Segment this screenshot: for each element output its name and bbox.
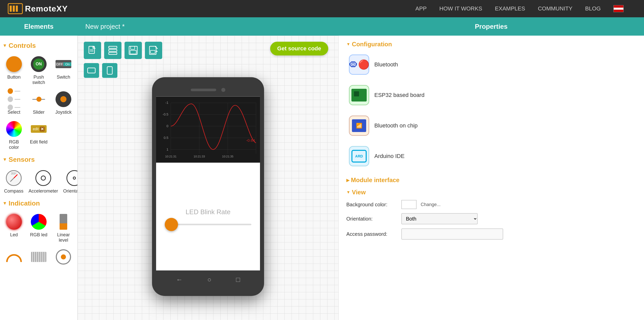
nav-app[interactable]: APP bbox=[415, 5, 427, 12]
elements-panel-title: Elements bbox=[0, 23, 78, 31]
element-led[interactable]: Led bbox=[3, 211, 25, 244]
nav-blog[interactable]: BLOG bbox=[585, 5, 601, 12]
get-source-code-button[interactable]: Get source code bbox=[270, 42, 328, 55]
background-color-swatch[interactable] bbox=[401, 200, 417, 209]
nav-community[interactable]: COMMUNITY bbox=[538, 5, 572, 12]
indication-section-header: Indication bbox=[3, 199, 75, 207]
config-arduino[interactable]: ARD Arduino IDE bbox=[346, 143, 636, 169]
element-accelerometer[interactable]: Accelerometer bbox=[27, 168, 60, 195]
phone-slider-thumb[interactable] bbox=[165, 218, 178, 231]
element-linear-level[interactable]: Linear level bbox=[52, 211, 75, 244]
elements-panel: Controls Button ON Push switch bbox=[0, 36, 78, 320]
svg-rect-3 bbox=[16, 6, 18, 12]
background-color-row: Background color: Change... bbox=[346, 200, 636, 209]
logo-icon bbox=[8, 3, 23, 14]
element-extra2[interactable] bbox=[52, 246, 75, 269]
svg-rect-11 bbox=[131, 46, 135, 49]
element-gauge[interactable] bbox=[3, 246, 25, 269]
indication-grid: Led RGB led Linear level bbox=[3, 211, 75, 269]
new-doc-button[interactable] bbox=[84, 42, 101, 59]
save-as-button[interactable] bbox=[145, 42, 162, 59]
element-extra1[interactable] bbox=[27, 246, 50, 269]
canvas-toolbar bbox=[84, 42, 162, 59]
svg-rect-12 bbox=[130, 50, 136, 54]
phone-slider-track[interactable] bbox=[165, 224, 251, 225]
phone-screen: -1 -0.5 0 0.5 1 10:21:31 10:21:33 10:21:… bbox=[156, 96, 260, 270]
phone: -1 -0.5 0 0.5 1 10:21:31 10:21:33 10:21:… bbox=[152, 77, 264, 296]
background-color-label: Background color: bbox=[346, 202, 397, 208]
controls-grid: Button ON Push switch OFF On bbox=[3, 54, 75, 152]
phone-mockup: -1 -0.5 0 0.5 1 10:21:31 10:21:33 10:21:… bbox=[152, 77, 264, 296]
landscape-button[interactable] bbox=[84, 63, 99, 78]
portrait-button[interactable] bbox=[102, 63, 117, 78]
select-label: Select bbox=[8, 110, 20, 115]
subheader: Elements New project * Properties bbox=[0, 17, 644, 36]
svg-text:-1: -1 bbox=[165, 101, 168, 105]
phone-camera bbox=[221, 88, 225, 92]
svg-rect-2 bbox=[13, 6, 15, 12]
element-compass[interactable]: 359° Compass bbox=[3, 168, 25, 195]
phone-top-bar bbox=[156, 84, 260, 95]
switch-label: Switch bbox=[57, 75, 70, 80]
element-push-switch[interactable]: ON Push switch bbox=[27, 54, 50, 87]
config-items: ⭖🔴 Bluetooth ESP32 based board 📶 bbox=[346, 52, 636, 169]
svg-text:0.5: 0.5 bbox=[164, 136, 169, 140]
esp32-config-label: ESP32 based board bbox=[374, 92, 424, 98]
svg-rect-18 bbox=[107, 67, 112, 74]
element-joystick[interactable]: Joystick bbox=[52, 89, 75, 117]
phone-home-button[interactable]: ○ bbox=[207, 276, 211, 284]
language-flag[interactable] bbox=[613, 5, 624, 12]
navbar-links: APP HOW IT WORKS EXAMPLES COMMUNITY BLOG bbox=[415, 5, 624, 12]
svg-rect-9 bbox=[109, 52, 117, 54]
compass-icon: 359° bbox=[5, 169, 23, 187]
phone-slider-label: LED Blink Rate bbox=[186, 208, 230, 216]
bluetooth-config-icon: ⭖🔴 bbox=[349, 54, 369, 75]
orientation-select[interactable]: Both Portrait Landscape bbox=[401, 213, 478, 224]
nav-how-it-works[interactable]: HOW IT WORKS bbox=[439, 5, 482, 12]
rgb-color-icon bbox=[5, 120, 23, 138]
element-rgb-led[interactable]: RGB led bbox=[27, 211, 50, 244]
accelerometer-icon bbox=[34, 169, 52, 187]
element-rgb-color[interactable]: RGB color bbox=[3, 119, 25, 152]
bt-chip-config-label: Bluetooth on chip bbox=[374, 122, 418, 129]
esp32-board bbox=[351, 89, 367, 101]
element-orientation[interactable]: Orientation bbox=[62, 168, 78, 195]
slider-label: Slider bbox=[33, 110, 45, 115]
svg-text:10:21:35: 10:21:35 bbox=[222, 155, 234, 158]
orientation-icon bbox=[65, 169, 78, 187]
module-interface-header[interactable]: Module interface bbox=[346, 177, 636, 184]
arduino-config-icon: ARD bbox=[349, 146, 369, 166]
settings-button[interactable] bbox=[104, 42, 121, 59]
controls-section-header: Controls bbox=[3, 42, 75, 50]
change-color-button[interactable]: Change... bbox=[421, 202, 441, 207]
element-slider[interactable]: Slider bbox=[27, 89, 50, 117]
config-bluetooth[interactable]: ⭖🔴 Bluetooth bbox=[346, 52, 636, 77]
led-label: Led bbox=[10, 232, 18, 238]
phone-recents-button[interactable]: □ bbox=[236, 276, 240, 284]
element-switch[interactable]: OFF On Switch bbox=[52, 54, 75, 87]
switch-icon: OFF On bbox=[54, 55, 72, 73]
properties-panel-title: Properties bbox=[338, 23, 644, 31]
view-fields: Background color: Change... Orientation:… bbox=[346, 200, 636, 240]
access-password-input[interactable] bbox=[401, 228, 503, 240]
save-button[interactable] bbox=[125, 42, 142, 59]
canvas-toolbar-row2 bbox=[84, 63, 117, 78]
push-switch-icon: ON bbox=[30, 55, 48, 73]
element-select[interactable]: Select bbox=[3, 89, 25, 117]
svg-rect-1 bbox=[10, 6, 12, 12]
logo[interactable]: RemoteXY bbox=[8, 3, 68, 14]
canvas-area[interactable]: Get source code bbox=[78, 36, 338, 320]
config-esp32[interactable]: ESP32 based board bbox=[346, 82, 636, 108]
select-icon bbox=[5, 90, 23, 108]
element-button[interactable]: Button bbox=[3, 54, 25, 87]
compass-label: Compass bbox=[4, 188, 23, 194]
chart-svg: -1 -0.5 0 0.5 1 10:21:31 10:21:33 10:21:… bbox=[159, 99, 257, 160]
nav-examples[interactable]: EXAMPLES bbox=[495, 5, 525, 12]
config-bt-chip[interactable]: 📶 Bluetooth on chip bbox=[346, 113, 636, 138]
joystick-label: Joystick bbox=[55, 110, 72, 115]
phone-back-button[interactable]: ← bbox=[176, 276, 183, 284]
extra2-icon bbox=[54, 248, 72, 266]
button-icon bbox=[5, 55, 23, 73]
element-edit-field[interactable]: edit ✕ Edit field bbox=[27, 119, 50, 152]
rgb-led-icon bbox=[30, 213, 48, 231]
